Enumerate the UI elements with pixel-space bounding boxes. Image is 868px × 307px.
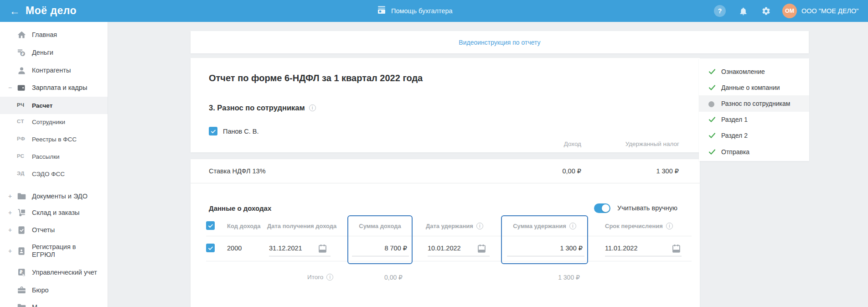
expand-icon[interactable]: + bbox=[7, 209, 13, 216]
collapse-icon[interactable]: − bbox=[7, 84, 13, 91]
table-divider bbox=[206, 236, 692, 236]
checklist-item-section-2[interactable]: Раздел 2 bbox=[699, 127, 809, 144]
sidebar-item-label: Склад и заказы bbox=[32, 208, 79, 217]
checklist-item-employee-breakdown[interactable]: Разнос по сотрудникам bbox=[699, 95, 809, 112]
withheld-amount-field[interactable]: 1 300 ₽ bbox=[507, 242, 584, 256]
home-icon bbox=[16, 30, 26, 40]
check-icon bbox=[708, 115, 716, 124]
checklist-item-acquaintance[interactable]: Ознакомление bbox=[699, 63, 809, 80]
sidebar-item-contractors[interactable]: Контрагенты bbox=[0, 62, 108, 79]
person-icon bbox=[16, 65, 26, 75]
column-header-tax: Удержанный налог bbox=[625, 140, 679, 147]
manual-accounting-toggle[interactable] bbox=[594, 203, 610, 213]
report-header-card: Отчет по форме 6-НДФЛ за 1 квартал 2022 … bbox=[191, 58, 700, 152]
video-instruction-link[interactable]: Видеоинструкция по отчету bbox=[459, 39, 540, 46]
calendar-icon[interactable] bbox=[318, 244, 327, 253]
tax-rate-label: Ставка НДФЛ 13% bbox=[209, 167, 266, 175]
due-date-field[interactable]: 11.01.2022 bbox=[605, 242, 682, 256]
checklist-item-company-data[interactable]: Данные о компании bbox=[699, 79, 809, 96]
checklist-item-label: Разнос по сотрудникам bbox=[721, 100, 790, 107]
avatar-initials: ОМ bbox=[785, 8, 794, 14]
svg-text:₽: ₽ bbox=[19, 269, 22, 274]
date-received-field[interactable]: 31.12.2021 bbox=[269, 242, 331, 256]
sidebar-item-reports[interactable]: + Отчеты bbox=[0, 221, 108, 239]
amount-field[interactable]: 8 700 ₽ bbox=[352, 242, 409, 256]
due-date-value: 11.01.2022 bbox=[605, 245, 638, 252]
folder-icon bbox=[16, 302, 26, 307]
progress-checklist: Ознакомление Данные о компании Разнос по… bbox=[699, 58, 809, 161]
calendar-icon[interactable] bbox=[672, 244, 681, 253]
calendar-icon[interactable] bbox=[477, 244, 486, 253]
help-center-button[interactable]: Помощь бухгалтера bbox=[377, 0, 453, 22]
organization-name[interactable]: ООО "МОЕ ДЕЛО" bbox=[801, 7, 859, 15]
sidebar-item-label: Управленческий учет bbox=[32, 268, 97, 276]
back-arrow-icon[interactable]: ← bbox=[8, 5, 21, 17]
sidebar-item-label: Документы и ЭДО bbox=[32, 192, 88, 200]
totals-withheld-value: 1 300 ₽ bbox=[558, 274, 580, 281]
expand-icon[interactable]: + bbox=[7, 247, 13, 255]
totals-income-value: 0,00 ₽ bbox=[384, 274, 403, 281]
app-logo[interactable]: Моё дело bbox=[26, 5, 77, 17]
check-icon bbox=[708, 68, 716, 76]
income-data-card: Данные о доходах Учитывать вручную Код д… bbox=[191, 183, 700, 307]
column-header-income: Доход bbox=[564, 140, 581, 147]
app: ← Моё дело Помощь бухгалтера ? ОМ ООО "М… bbox=[0, 0, 868, 307]
sidebar-item-mailings[interactable]: РС Рассылки bbox=[0, 148, 108, 165]
checklist-item-sending[interactable]: Отправка bbox=[699, 144, 809, 160]
check-icon bbox=[708, 83, 716, 92]
select-all-checkbox[interactable] bbox=[206, 221, 215, 230]
help-center-label: Помощь бухгалтера bbox=[391, 7, 453, 15]
info-icon[interactable]: i bbox=[476, 223, 483, 229]
sidebar-item-egrul-registration[interactable]: + Регистрация в ЕГРЮЛ bbox=[0, 240, 108, 262]
help-glyph: ? bbox=[718, 7, 722, 15]
info-icon[interactable]: i bbox=[309, 104, 316, 111]
sidebar-item-label: Отчеты bbox=[32, 226, 55, 234]
info-icon[interactable]: i bbox=[569, 223, 576, 229]
info-icon[interactable]: i bbox=[666, 223, 673, 229]
handtruck-icon bbox=[16, 208, 26, 218]
checklist-item-section-1[interactable]: Раздел 1 bbox=[699, 111, 809, 128]
manual-accounting-label: Учитывать вручную bbox=[617, 204, 677, 212]
expand-icon[interactable]: + bbox=[7, 193, 13, 200]
income-code-field[interactable]: 2000 bbox=[227, 245, 242, 252]
sidebar-item-bureau[interactable]: Бюро bbox=[0, 281, 108, 299]
header-date-received: Дата получения дохода bbox=[267, 223, 336, 229]
sidebar-item-management-accounting[interactable]: ₽ Управленческий учет bbox=[0, 264, 108, 281]
sidebar-item-label: СЭДО ФСС bbox=[32, 170, 65, 178]
money-icon: ₽ bbox=[16, 47, 26, 57]
report-doc-icon bbox=[16, 225, 26, 235]
header-withheld-amount-text: Сумма удержания bbox=[513, 223, 566, 229]
totals-label: Итого i bbox=[307, 274, 333, 281]
checklist-item-label: Данные о компании bbox=[721, 84, 780, 91]
sidebar-item-salary-hr[interactable]: − Зарплата и кадры bbox=[0, 79, 108, 96]
expand-icon[interactable]: + bbox=[7, 226, 13, 234]
sidebar-item-label: Контрагенты bbox=[32, 66, 71, 74]
sidebar-item-main[interactable]: Главная bbox=[0, 26, 108, 43]
sidebar-item-documents-edo[interactable]: + Документы и ЭДО bbox=[0, 187, 108, 205]
date-withheld-field[interactable]: 10.01.2022 bbox=[428, 242, 490, 256]
sidebar-item-truncated[interactable]: М bbox=[0, 298, 108, 307]
employee-name: Панов С. В. bbox=[223, 128, 259, 135]
check-icon bbox=[708, 131, 716, 140]
notifications-bell-icon[interactable] bbox=[737, 5, 749, 17]
current-step-dot-icon bbox=[708, 101, 714, 107]
row-checkbox[interactable] bbox=[206, 244, 215, 252]
sidebar-item-calculation[interactable]: РЧ Расчет bbox=[0, 97, 108, 114]
info-icon[interactable]: i bbox=[326, 274, 333, 281]
check-icon bbox=[708, 148, 716, 156]
sidebar-item-money[interactable]: ₽ Деньги bbox=[0, 44, 108, 61]
header-date-withheld-text: Дата удержания bbox=[426, 223, 473, 229]
wallet-icon bbox=[16, 83, 26, 93]
user-avatar[interactable]: ОМ bbox=[782, 4, 797, 18]
sidebar-item-label: Деньги bbox=[32, 48, 53, 57]
settings-gear-icon[interactable] bbox=[760, 5, 772, 17]
tax-rate-row: Ставка НДФЛ 13% 0,00 ₽ 1 300 ₽ bbox=[191, 159, 700, 183]
help-icon[interactable]: ? bbox=[714, 5, 726, 17]
sidebar-item-warehouse[interactable]: + Склад и заказы bbox=[0, 204, 108, 221]
header-due-date-text: Срок перечисления bbox=[605, 223, 663, 229]
sidebar-item-employees[interactable]: СТ Сотрудники bbox=[0, 113, 108, 130]
sidebar-item-sedo-fss[interactable]: ЭД СЭДО ФСС bbox=[0, 165, 108, 182]
date-received-value: 31.12.2021 bbox=[269, 245, 302, 252]
employee-checkbox[interactable] bbox=[209, 127, 217, 135]
sidebar-item-fss-registers[interactable]: РФ Реестры в ФСС bbox=[0, 130, 108, 148]
